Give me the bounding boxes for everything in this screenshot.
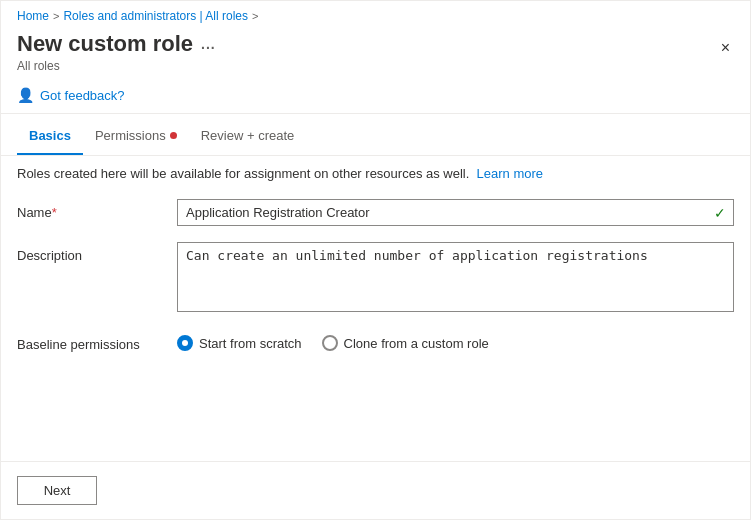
title-ellipsis-button[interactable]: ...: [201, 36, 216, 52]
breadcrumb-sep1: >: [53, 10, 59, 22]
page-subtitle: All roles: [17, 59, 216, 73]
permissions-dot-icon: [170, 132, 177, 139]
name-label: Name*: [17, 199, 177, 220]
learn-more-link[interactable]: Learn more: [477, 166, 543, 181]
radio-scratch[interactable]: Start from scratch: [177, 335, 302, 351]
breadcrumb: Home > Roles and administrators | All ro…: [1, 1, 750, 27]
radio-scratch-circle: [177, 335, 193, 351]
feedback-icon: 👤: [17, 87, 34, 103]
breadcrumb-home[interactable]: Home: [17, 9, 49, 23]
close-button[interactable]: ×: [717, 35, 734, 61]
page-title-text: New custom role: [17, 31, 193, 57]
tab-review-create-label: Review + create: [201, 128, 295, 143]
main-panel: Home > Roles and administrators | All ro…: [0, 0, 751, 520]
baseline-label: Baseline permissions: [17, 331, 177, 352]
name-valid-icon: ✓: [714, 205, 726, 221]
radio-clone-circle: [322, 335, 338, 351]
radio-clone-label: Clone from a custom role: [344, 336, 489, 351]
info-text: Roles created here will be available for…: [17, 166, 469, 181]
description-label: Description: [17, 242, 177, 263]
description-textarea[interactable]: Can create an unlimited number of applic…: [177, 242, 734, 312]
baseline-row: Baseline permissions Start from scratch …: [17, 331, 734, 352]
breadcrumb-sep2: >: [252, 10, 258, 22]
form-area: Name* ✓ Description Can create an unlimi…: [1, 189, 750, 461]
next-button[interactable]: Next: [17, 476, 97, 505]
tab-review-create[interactable]: Review + create: [189, 120, 307, 155]
description-input-wrap: Can create an unlimited number of applic…: [177, 242, 734, 315]
header-left: New custom role ... All roles: [17, 31, 216, 73]
page-header: New custom role ... All roles ×: [1, 27, 750, 81]
name-row: Name* ✓: [17, 199, 734, 226]
page-title: New custom role ...: [17, 31, 216, 57]
radio-clone[interactable]: Clone from a custom role: [322, 335, 489, 351]
description-row: Description Can create an unlimited numb…: [17, 242, 734, 315]
footer: Next: [1, 461, 750, 519]
tab-basics[interactable]: Basics: [17, 120, 83, 155]
feedback-bar[interactable]: 👤 Got feedback?: [1, 81, 750, 114]
radio-scratch-label: Start from scratch: [199, 336, 302, 351]
name-required-marker: *: [52, 205, 57, 220]
info-bar: Roles created here will be available for…: [1, 156, 750, 189]
breadcrumb-roles[interactable]: Roles and administrators | All roles: [63, 9, 248, 23]
name-input[interactable]: [177, 199, 734, 226]
feedback-label: Got feedback?: [40, 88, 125, 103]
radio-group: Start from scratch Clone from a custom r…: [177, 331, 489, 351]
name-input-wrap: ✓: [177, 199, 734, 226]
tab-permissions[interactable]: Permissions: [83, 120, 189, 155]
tabs-row: Basics Permissions Review + create: [1, 120, 750, 156]
tab-permissions-label: Permissions: [95, 128, 166, 143]
tab-basics-label: Basics: [29, 128, 71, 143]
